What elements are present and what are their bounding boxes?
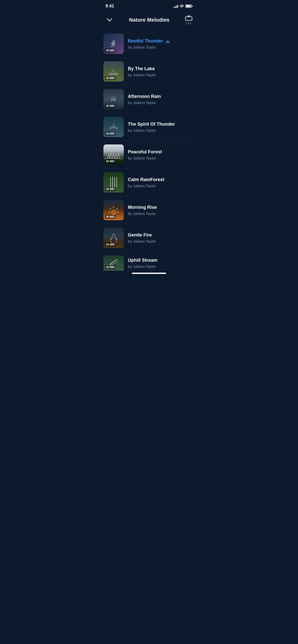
battery-icon (185, 5, 193, 8)
track-author: by Julians Taylor (128, 211, 195, 216)
status-time: 9:41 (105, 4, 114, 9)
svg-line-12 (115, 99, 115, 101)
track-item[interactable]: 60 MIN By The Lake by Julians Taylor (103, 58, 195, 85)
track-name: Uphill Stream (128, 258, 195, 263)
track-duration: 60 MIN (105, 243, 116, 246)
svg-line-11 (113, 99, 114, 101)
svg-point-13 (112, 97, 113, 98)
track-author: by Julians Taylor (128, 100, 195, 105)
track-name: Calm RainForest (128, 177, 195, 182)
track-info: Uphill Stream by Julians Taylor (128, 258, 195, 269)
track-duration: 60 MIN (105, 76, 116, 80)
track-item[interactable]: 60 MIN Uphill Stream by Julians Taylor (103, 252, 195, 271)
track-info: Afternoon Rain by Julians Taylor (128, 94, 195, 105)
svg-line-27 (110, 208, 111, 210)
track-duration: 60 MIN (105, 104, 116, 108)
track-duration: 60 MIN (105, 187, 116, 191)
repeat-label: OFF (186, 22, 192, 25)
track-thumbnail: 60 MIN (103, 34, 124, 54)
track-thumbnail: 60 MIN (103, 89, 124, 109)
svg-line-7 (113, 43, 115, 47)
track-item[interactable]: 60 MIN Gentle Fire by Julians Taylor (103, 224, 195, 252)
track-name: Gentle Fire (128, 232, 195, 238)
track-name: The Spirit Of Thunder (128, 122, 195, 127)
signal-icon (173, 4, 178, 8)
track-name: Peaceful Forest (128, 149, 195, 155)
track-info: Gentle Fire by Julians Taylor (128, 232, 195, 243)
svg-line-4 (112, 44, 113, 47)
header: Nature Melodies OFF (99, 11, 199, 30)
track-author: by Julians Taylor (128, 156, 195, 160)
track-duration: 60 MIN (105, 215, 116, 219)
page-title: Nature Melodies (129, 17, 170, 23)
track-duration: 60 MIN (105, 49, 116, 52)
svg-line-5 (113, 40, 115, 43)
track-item[interactable]: 60 MIN Peaceful Forest by Julians Taylor (103, 141, 195, 169)
chevron-down-button[interactable] (105, 16, 114, 24)
track-thumbnail: 60 MIN (103, 61, 124, 82)
svg-point-25 (112, 210, 116, 214)
track-name: Restful Thunder (128, 38, 195, 44)
track-duration: 60 MIN (105, 132, 116, 136)
track-thumbnail: 60 MIN (103, 200, 124, 220)
track-name: Afternoon Rain (128, 94, 195, 99)
track-info: Calm RainForest by Julians Taylor (128, 177, 195, 188)
track-item[interactable]: 60 MIN Calm RainForest by Julians Taylor (103, 169, 195, 196)
track-name: By The Lake (128, 66, 195, 71)
track-duration: 60 MIN (105, 265, 116, 269)
track-thumbnail: 60 MIN (103, 172, 124, 193)
status-bar: 9:41 (99, 0, 199, 11)
track-item[interactable]: 60 MIN Morning Rise by Julians Taylor (103, 196, 195, 224)
track-thumbnail: 60 MIN (103, 228, 124, 248)
track-thumbnail: 60 MIN (103, 144, 124, 165)
svg-line-10 (112, 99, 112, 101)
home-bar (132, 273, 166, 274)
track-info: Morning Rise by Julians Taylor (128, 205, 195, 216)
track-list: 60 MIN Restful Thunder by Julians Taylor… (99, 30, 199, 271)
svg-point-0 (182, 7, 182, 8)
playing-indicator (166, 39, 169, 43)
track-author: by Julians Taylor (128, 264, 195, 269)
track-item[interactable]: 60 MIN The Spirit Of Thunder by Julians … (103, 113, 195, 141)
track-item[interactable]: 60 MIN Restful Thunder by Julians Taylor (103, 30, 195, 58)
home-indicator (99, 271, 199, 279)
track-name: Morning Rise (128, 205, 195, 210)
track-author: by Julians Taylor (128, 73, 195, 77)
track-info: The Spirit Of Thunder by Julians Taylor (128, 122, 195, 133)
wifi-icon (180, 5, 184, 8)
svg-marker-19 (117, 153, 120, 158)
track-author: by Julians Taylor (128, 239, 195, 243)
repeat-button[interactable]: OFF (185, 15, 193, 25)
status-icons (173, 4, 193, 8)
track-author: by Julians Taylor (128, 184, 195, 188)
svg-line-28 (116, 208, 117, 210)
track-info: Restful Thunder by Julians Taylor (128, 38, 195, 49)
track-duration: 60 MIN (105, 159, 116, 163)
track-thumbnail: 60 MIN (103, 255, 124, 271)
svg-rect-1 (185, 17, 192, 20)
track-author: by Julians Taylor (128, 45, 195, 49)
svg-marker-17 (112, 154, 115, 158)
track-info: Peaceful Forest by Julians Taylor (128, 149, 195, 160)
svg-marker-16 (109, 153, 112, 158)
track-thumbnail: 60 MIN (103, 117, 124, 137)
svg-line-2 (112, 41, 113, 44)
track-author: by Julians Taylor (128, 128, 195, 133)
track-info: By The Lake by Julians Taylor (128, 66, 195, 77)
track-item[interactable]: 60 MIN Afternoon Rain by Julians Taylor (103, 85, 195, 113)
